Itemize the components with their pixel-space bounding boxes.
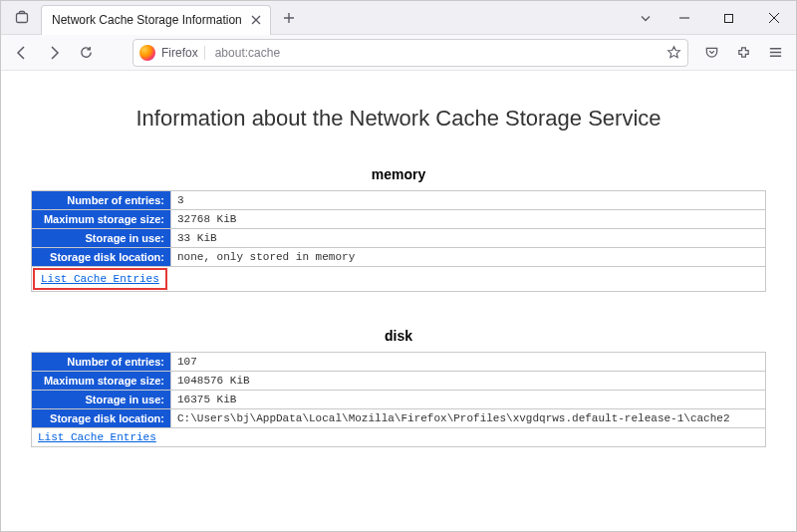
reload-button[interactable]	[71, 39, 101, 67]
list-cache-entries-link-disk[interactable]: List Cache Entries	[32, 428, 162, 446]
label-max: Maximum storage size:	[32, 210, 171, 229]
label-entries: Number of entries:	[32, 353, 171, 372]
table-row: Storage in use: 33 KiB	[32, 229, 766, 248]
label-inuse: Storage in use:	[32, 229, 171, 248]
bookmark-star-icon[interactable]	[665, 45, 681, 61]
value-disk: none, only stored in memory	[171, 248, 766, 267]
label-disk: Storage disk location:	[32, 409, 171, 428]
titlebar: Network Cache Storage Information	[1, 1, 796, 35]
table-row: Number of entries: 107	[32, 353, 766, 372]
table-row: Number of entries: 3	[32, 191, 766, 210]
value-entries: 107	[171, 353, 766, 372]
firefox-logo-icon	[139, 45, 155, 61]
memory-heading: memory	[31, 166, 766, 182]
highlight-box: List Cache Entries	[33, 268, 167, 290]
disk-heading: disk	[31, 328, 766, 344]
pocket-button[interactable]	[696, 39, 726, 67]
tabs-dropdown-button[interactable]	[630, 1, 662, 35]
value-max: 32768 KiB	[171, 210, 766, 229]
workspaces-button[interactable]	[7, 5, 37, 31]
address-bar[interactable]: Firefox about:cache	[133, 39, 688, 67]
navigation-toolbar: Firefox about:cache	[1, 35, 796, 71]
new-tab-button[interactable]	[275, 4, 303, 32]
label-disk: Storage disk location:	[32, 248, 171, 267]
list-cache-entries-link-memory[interactable]: List Cache Entries	[35, 270, 165, 288]
value-inuse: 16375 KiB	[171, 391, 766, 409]
extensions-button[interactable]	[728, 39, 758, 67]
table-row: Maximum storage size: 32768 KiB	[32, 210, 766, 229]
tab-close-button[interactable]	[248, 12, 264, 28]
svg-rect-1	[725, 14, 733, 22]
forward-button[interactable]	[39, 39, 69, 67]
identity-label: Firefox	[161, 46, 205, 60]
svg-rect-0	[17, 13, 28, 22]
label-entries: Number of entries:	[32, 191, 171, 210]
table-row: Storage disk location: none, only stored…	[32, 248, 766, 267]
minimize-button[interactable]	[662, 1, 706, 35]
url-text: about:cache	[211, 46, 660, 60]
value-inuse: 33 KiB	[171, 229, 766, 248]
back-button[interactable]	[7, 39, 37, 67]
tab-title: Network Cache Storage Information	[52, 13, 242, 27]
page-title: Information about the Network Cache Stor…	[31, 106, 766, 132]
value-entries: 3	[171, 191, 766, 210]
app-menu-button[interactable]	[760, 39, 790, 67]
label-inuse: Storage in use:	[32, 391, 171, 409]
value-max: 1048576 KiB	[171, 372, 766, 391]
table-row: List Cache Entries	[32, 428, 766, 447]
maximize-button[interactable]	[706, 1, 751, 35]
table-row: List Cache Entries	[32, 267, 766, 292]
label-max: Maximum storage size:	[32, 372, 171, 391]
table-row: Maximum storage size: 1048576 KiB	[32, 372, 766, 391]
disk-table: Number of entries: 107 Maximum storage s…	[31, 352, 766, 447]
value-disk: C:\Users\bj\AppData\Local\Mozilla\Firefo…	[171, 409, 766, 428]
memory-table: Number of entries: 3 Maximum storage siz…	[31, 190, 766, 292]
page-content: Information about the Network Cache Stor…	[1, 71, 796, 531]
browser-tab[interactable]: Network Cache Storage Information	[41, 5, 271, 35]
table-row: Storage in use: 16375 KiB	[32, 391, 766, 409]
close-window-button[interactable]	[751, 1, 796, 35]
table-row: Storage disk location: C:\Users\bj\AppDa…	[32, 409, 766, 428]
window-controls	[630, 1, 796, 35]
